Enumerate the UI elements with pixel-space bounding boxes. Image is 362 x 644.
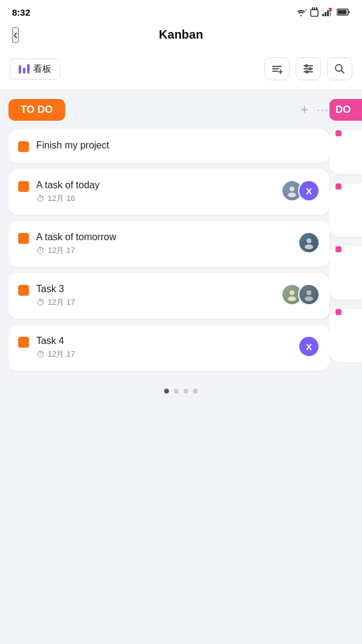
svg-rect-2 <box>312 7 313 10</box>
avatar-user2 <box>298 284 320 305</box>
card-task-tomorrow[interactable]: A task of tomorrow ⏱ 12月 17 <box>8 221 329 267</box>
kanban-view-button[interactable]: 看板 <box>10 59 60 80</box>
card-priority-dot <box>18 181 29 192</box>
done-column-peek-label: DO <box>329 99 362 121</box>
svg-point-29 <box>306 238 311 243</box>
card-body: A task of today ⏱ 12月 16 <box>36 180 274 204</box>
svg-point-27 <box>290 187 294 191</box>
peek-card-stub <box>329 130 362 174</box>
svg-rect-7 <box>327 10 329 16</box>
clock-icon: ⏱ <box>36 194 45 203</box>
card-avatars <box>281 284 320 305</box>
battery-icon <box>337 8 350 16</box>
card-avatars: X <box>281 180 320 202</box>
card-body: Task 4 ⏱ 12月 17 <box>36 336 291 360</box>
right-column-peek: DO <box>329 99 362 368</box>
svg-rect-1 <box>311 10 318 16</box>
header: ‹ Kanban <box>0 22 362 50</box>
wifi-question-icon: ? <box>296 8 306 16</box>
pagination-dot-3[interactable] <box>183 389 188 394</box>
svg-rect-4 <box>316 7 317 10</box>
filter-button[interactable] <box>296 57 321 80</box>
search-icon <box>334 63 345 74</box>
kanban-icon <box>19 64 30 74</box>
card-date: 12月 17 <box>48 349 75 360</box>
search-button[interactable] <box>327 57 352 80</box>
card-title: A task of tomorrow <box>36 232 291 243</box>
card-meta: ⏱ 12月 16 <box>36 193 274 204</box>
card-title: Task 4 <box>36 336 291 346</box>
clock-icon: ⏱ <box>36 246 45 255</box>
todo-label: TO DO <box>8 99 65 121</box>
todo-column: TO DO + ··· Finish my project <box>0 99 338 371</box>
svg-line-26 <box>341 71 345 74</box>
svg-rect-6 <box>325 12 326 16</box>
kanban-label: 看板 <box>33 63 51 75</box>
page-title: Kanban <box>159 28 203 42</box>
add-card-button[interactable]: + <box>300 103 308 116</box>
pagination-dot-4[interactable] <box>193 389 198 394</box>
pagination-dot-2[interactable] <box>174 389 179 394</box>
card-task-today[interactable]: A task of today ⏱ 12月 16 X <box>8 169 329 215</box>
card-finish-project[interactable]: Finish my project <box>8 129 329 163</box>
card-title: A task of today <box>36 180 274 191</box>
card-priority-dot <box>18 285 29 296</box>
status-icons: ? <box>296 7 350 17</box>
avatar-user1 <box>298 232 320 253</box>
clock-icon: ⏱ <box>36 298 45 307</box>
add-filter-icon <box>272 63 282 74</box>
card-meta: ⏱ 12月 17 <box>36 297 274 308</box>
card-priority-dot <box>18 337 29 348</box>
svg-text:?: ? <box>305 8 306 12</box>
peek-card-stub <box>329 246 362 299</box>
column-header-area: TO DO + ··· Finish my project <box>0 99 338 371</box>
svg-point-33 <box>306 290 311 295</box>
card-date: 12月 17 <box>48 297 75 308</box>
card-priority-dot <box>18 141 29 152</box>
toolbar: 看板 <box>0 50 362 89</box>
svg-point-31 <box>290 290 294 295</box>
avatar-user1: X <box>298 336 320 357</box>
svg-rect-13 <box>349 11 350 13</box>
clock-icon: ⏱ <box>36 349 45 359</box>
svg-point-34 <box>305 296 313 301</box>
add-filter-button[interactable] <box>264 57 290 80</box>
avatar-user2: X <box>298 180 320 202</box>
kanban-area: TO DO + ··· Finish my project <box>0 89 362 377</box>
card-body: Task 3 ⏱ 12月 17 <box>36 284 274 308</box>
svg-point-30 <box>305 244 313 249</box>
more-options-button[interactable]: ··· <box>317 104 329 115</box>
card-title: Finish my project <box>36 140 320 151</box>
peek-card-stub <box>329 309 362 362</box>
column-actions: + ··· <box>300 103 329 116</box>
svg-point-28 <box>288 193 296 197</box>
card-avatars: X <box>298 336 320 357</box>
svg-rect-12 <box>338 10 347 14</box>
sd-card-icon <box>310 7 319 17</box>
card-task3[interactable]: Task 3 ⏱ 12月 17 <box>8 273 329 319</box>
filter-icon <box>303 63 314 74</box>
peek-card-stub <box>329 183 362 237</box>
card-date: 12月 16 <box>48 193 75 204</box>
column-header: TO DO + ··· <box>8 99 329 121</box>
status-bar: 8:32 ? <box>0 0 362 22</box>
card-body: A task of tomorrow ⏱ 12月 17 <box>36 232 291 256</box>
card-date: 12月 17 <box>48 245 75 256</box>
card-meta: ⏱ 12月 17 <box>36 349 291 360</box>
back-button[interactable]: ‹ <box>12 27 19 43</box>
card-title: Task 3 <box>36 284 274 295</box>
pagination <box>0 377 362 403</box>
card-priority-dot <box>18 233 29 244</box>
pagination-dot-1[interactable] <box>164 389 169 394</box>
card-task4[interactable]: Task 4 ⏱ 12月 17 X <box>8 325 329 371</box>
signal-x-icon <box>322 8 333 16</box>
svg-rect-3 <box>314 7 316 10</box>
svg-rect-5 <box>322 14 324 16</box>
svg-point-32 <box>288 296 296 301</box>
status-time: 8:32 <box>12 7 30 18</box>
card-body: Finish my project <box>36 140 320 152</box>
card-meta: ⏱ 12月 17 <box>36 245 291 256</box>
card-avatars <box>298 232 320 253</box>
